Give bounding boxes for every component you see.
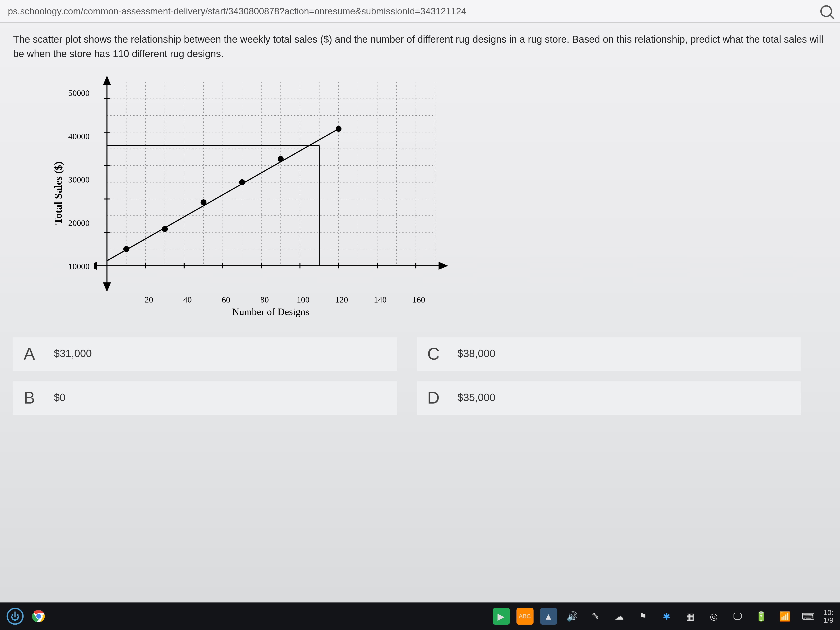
chrome-icon[interactable] [30,608,47,625]
question-text: The scatter plot shows the relationship … [13,32,827,61]
scatter-plot: Total Sales ($) 50000 40000 30000 20000 … [52,68,827,317]
svg-marker-32 [439,262,447,269]
windows-taskbar: ⏻ ▶ ABC ▲ 🔊 ✎ ☁ ⚑ ✱ ▦ ◎ 🖵 🔋 📶 ⌨ 10: 1/9 [0,603,840,630]
answer-text: $38,000 [458,348,496,360]
x-axis-label: Number of Designs [232,306,309,317]
svg-point-50 [123,246,129,252]
svg-point-55 [335,126,341,131]
svg-point-51 [162,226,167,232]
display-icon[interactable]: 🖵 [729,608,746,625]
answer-text: $35,000 [458,392,496,404]
question-content: The scatter plot shows the relationship … [0,23,840,428]
svg-marker-33 [93,262,96,269]
pen-icon[interactable]: ✎ [587,608,604,625]
start-button[interactable]: ⏻ [7,608,24,625]
answer-option-a[interactable]: A $31,000 [13,337,397,371]
browser-url-bar: ps.schoology.com/common-assessment-deliv… [0,0,840,23]
tray-abc-icon[interactable]: ABC [516,608,533,625]
keyboard-icon[interactable]: ⌨ [800,608,817,625]
svg-marker-29 [103,76,110,84]
svg-point-54 [278,156,283,161]
tray-icon[interactable]: ▦ [682,608,699,625]
answer-option-b[interactable]: B $0 [13,381,397,415]
tray-icon[interactable]: ◎ [705,608,722,625]
answer-text: $31,000 [54,348,92,360]
answer-letter: D [427,387,458,408]
answer-options: A $31,000 C $38,000 B $0 D $35,000 [13,337,801,415]
answer-letter: C [427,344,458,364]
svg-point-53 [239,179,245,185]
wifi-icon[interactable]: 📶 [776,608,793,625]
zoom-icon[interactable] [820,5,832,17]
tray-icon[interactable]: ⚑ [635,608,652,625]
answer-text: $0 [54,392,65,404]
y-axis-ticks: 50000 40000 30000 20000 10000 [68,88,93,298]
bluetooth-icon[interactable]: ✱ [658,608,675,625]
volume-icon[interactable]: 🔊 [564,608,581,625]
y-axis-label: Total Sales ($) [52,161,65,224]
answer-option-c[interactable]: C $38,000 [417,337,801,371]
svg-point-52 [200,199,206,205]
onedrive-icon[interactable]: ☁ [611,608,628,625]
answer-option-d[interactable]: D $35,000 [417,381,801,415]
battery-icon[interactable]: 🔋 [753,608,770,625]
x-axis-ticks: 20 40 60 80 100 120 140 160 [129,294,438,305]
tray-app-icon[interactable]: ▶ [493,608,510,625]
tray-photo-icon[interactable]: ▲ [540,608,557,625]
svg-marker-30 [103,283,110,291]
plot-area [93,68,448,292]
answer-letter: A [24,344,54,364]
url-text: ps.schoology.com/common-assessment-deliv… [8,6,466,16]
svg-point-57 [36,614,41,619]
answer-letter: B [24,387,54,408]
taskbar-clock[interactable]: 10: 1/9 [823,608,833,624]
